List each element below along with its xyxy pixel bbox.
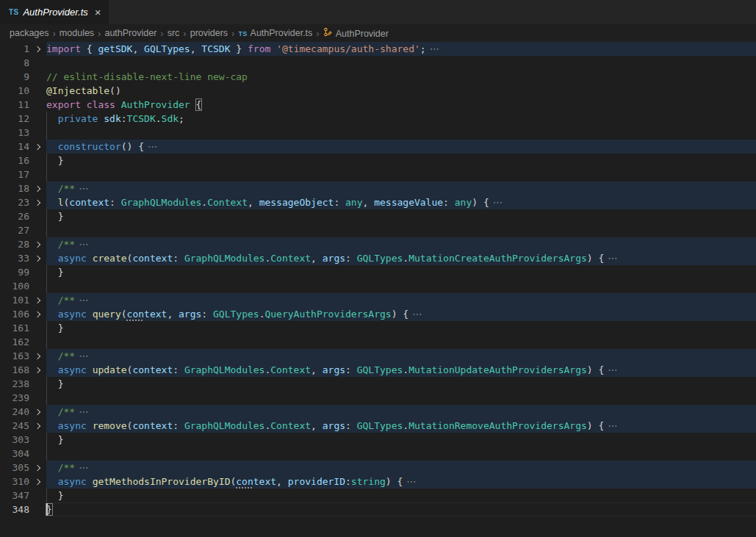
- code-line-content[interactable]: async update(context: GraphQLModules.Con…: [46, 363, 756, 377]
- code-line-content[interactable]: /**⋯: [46, 405, 756, 419]
- fold-chevron[interactable]: [29, 349, 46, 363]
- folded-code-ellipsis[interactable]: ⋯: [79, 295, 88, 306]
- folded-code-ellipsis[interactable]: ⋯: [412, 309, 422, 320]
- code-line-content[interactable]: @Injectable(): [46, 84, 756, 98]
- breadcrumb-item-authprovider[interactable]: authProvider: [104, 28, 156, 38]
- code-line-content[interactable]: }: [46, 489, 756, 502]
- code-line-content[interactable]: async create(context: GraphQLModules.Con…: [46, 251, 756, 265]
- typescript-file-icon: TS: [238, 30, 247, 37]
- fold-chevron[interactable]: [29, 307, 46, 321]
- chevron-right-icon: [34, 185, 40, 191]
- code-line-content[interactable]: async remove(context: GraphQLModules.Con…: [46, 419, 756, 433]
- fold-chevron[interactable]: [29, 251, 46, 265]
- code-line-content[interactable]: }: [46, 377, 756, 391]
- fold-chevron[interactable]: [29, 363, 46, 377]
- line-number: 245: [0, 419, 29, 433]
- code-line-content[interactable]: [46, 335, 756, 349]
- code-line-content[interactable]: }: [46, 265, 756, 279]
- folded-code-ellipsis[interactable]: ⋯: [79, 406, 88, 417]
- fold-chevron[interactable]: [29, 461, 46, 475]
- chevron-right-icon: [34, 367, 40, 372]
- code-line: 303 }: [0, 433, 756, 447]
- code-line-content[interactable]: [46, 279, 756, 293]
- code-line-content[interactable]: /**⋯: [46, 181, 756, 195]
- code-line: 99 }: [0, 265, 756, 279]
- code-line-content[interactable]: async query(context, args: GQLTypes.Quer…: [46, 307, 756, 321]
- line-number: 168: [0, 363, 29, 377]
- folded-code-ellipsis[interactable]: ⋯: [79, 183, 88, 194]
- fold-chevron[interactable]: [29, 140, 46, 154]
- line-number: 10: [0, 84, 29, 98]
- breadcrumb-item-file[interactable]: TSAuthProvider.ts: [238, 28, 312, 38]
- code-line-content[interactable]: }: [46, 154, 756, 167]
- code-line-content[interactable]: [46, 223, 756, 237]
- breadcrumb-separator-icon: ›: [98, 28, 101, 39]
- line-number: 310: [0, 475, 29, 489]
- folded-code-ellipsis[interactable]: ⋯: [608, 420, 617, 431]
- line-number: 14: [0, 140, 29, 154]
- folded-code-ellipsis[interactable]: ⋯: [608, 364, 617, 375]
- fold-chevron[interactable]: [29, 237, 46, 251]
- folded-code-ellipsis[interactable]: ⋯: [430, 43, 439, 54]
- code-line: 11export class AuthProvider {: [0, 98, 756, 112]
- breadcrumb-item-providers[interactable]: providers: [190, 28, 228, 38]
- code-line-content[interactable]: [46, 56, 756, 70]
- fold-chevron[interactable]: [29, 419, 46, 433]
- code-line: 101 /**⋯: [0, 293, 756, 307]
- code-line-content[interactable]: [46, 391, 756, 405]
- breadcrumb-item-src[interactable]: src: [168, 28, 180, 38]
- code-line-content[interactable]: [46, 126, 756, 140]
- folded-code-ellipsis[interactable]: ⋯: [148, 141, 157, 152]
- line-number: 28: [0, 237, 29, 251]
- folded-code-ellipsis[interactable]: ⋯: [493, 197, 503, 208]
- code-line: 18 /**⋯: [0, 181, 756, 195]
- code-line-content[interactable]: }: [46, 433, 756, 447]
- fold-chevron[interactable]: [29, 475, 46, 489]
- breadcrumb-item-packages[interactable]: packages: [10, 28, 49, 38]
- code-line-content[interactable]: async getMethodsInProviderByID(context, …: [46, 475, 756, 489]
- chevron-right-icon: [34, 241, 40, 247]
- line-number: 17: [0, 167, 29, 181]
- code-line-content[interactable]: [46, 167, 756, 181]
- folded-code-ellipsis[interactable]: ⋯: [608, 253, 617, 264]
- tab-authprovider[interactable]: TS AuthProvider.ts ×: [0, 0, 109, 24]
- code-line-content[interactable]: // eslint-disable-next-line new-cap: [46, 70, 756, 84]
- line-number: 16: [0, 154, 29, 167]
- fold-chevron[interactable]: [29, 42, 46, 56]
- tab-close-icon[interactable]: ×: [95, 7, 101, 18]
- line-number: 1: [0, 42, 29, 56]
- code-line-content[interactable]: import { getSDK, GQLTypes, TCSDK } from …: [46, 42, 756, 56]
- folded-code-ellipsis[interactable]: ⋯: [406, 476, 416, 487]
- code-line-content[interactable]: l(context: GraphQLModules.Context, messa…: [46, 195, 756, 209]
- fold-chevron[interactable]: [29, 181, 46, 195]
- fold-chevron[interactable]: [29, 293, 46, 307]
- tab-title: AuthProvider.ts: [23, 7, 87, 18]
- code-line-content[interactable]: /**⋯: [46, 237, 756, 251]
- code-line-content[interactable]: constructor() {⋯: [46, 140, 756, 154]
- code-line-content[interactable]: }: [46, 209, 756, 223]
- code-line: 162: [0, 335, 756, 349]
- code-editor[interactable]: 1import { getSDK, GQLTypes, TCSDK } from…: [0, 42, 756, 537]
- line-number: 305: [0, 461, 29, 475]
- code-line-content[interactable]: /**⋯: [46, 349, 756, 363]
- line-number: 240: [0, 405, 29, 419]
- code-line-content[interactable]: export class AuthProvider {: [46, 98, 756, 112]
- line-number: 13: [0, 126, 29, 140]
- code-line-content[interactable]: [46, 447, 756, 461]
- folded-code-ellipsis[interactable]: ⋯: [79, 239, 88, 250]
- code-line-content[interactable]: private sdk:TCSDK.Sdk;: [46, 112, 756, 126]
- code-line-content[interactable]: }: [46, 502, 756, 516]
- folded-code-ellipsis[interactable]: ⋯: [79, 462, 88, 473]
- line-number: 163: [0, 349, 29, 363]
- folded-code-ellipsis[interactable]: ⋯: [79, 350, 88, 361]
- breadcrumb-item-modules[interactable]: modules: [60, 28, 94, 38]
- code-line-content[interactable]: }: [46, 321, 756, 335]
- code-line-content[interactable]: /**⋯: [46, 461, 756, 475]
- breadcrumb-separator-icon: ›: [231, 28, 234, 39]
- code-line-content[interactable]: /**⋯: [46, 293, 756, 307]
- fold-chevron[interactable]: [29, 195, 46, 209]
- code-line: 13: [0, 126, 756, 140]
- fold-chevron[interactable]: [29, 405, 46, 419]
- breadcrumb-item-symbol[interactable]: AuthProvider: [323, 27, 389, 39]
- chevron-right-icon: [34, 199, 40, 205]
